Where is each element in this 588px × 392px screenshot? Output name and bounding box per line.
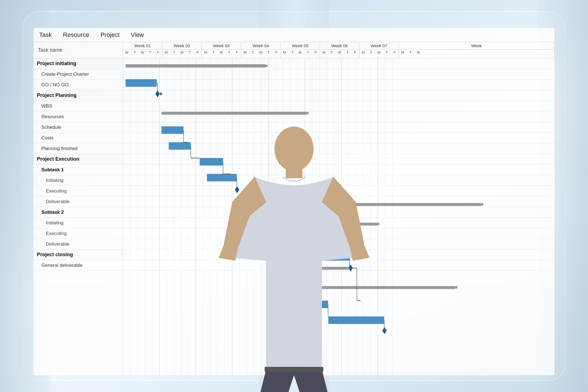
task-list: Task name Project initiating Create Proj… (34, 42, 123, 375)
chart-row-0 (123, 58, 554, 69)
week-headers: Week 01 M T W T F Week 02 M T W (123, 42, 554, 58)
row-subtask1: Subtask 1 (34, 165, 123, 175)
row-project-planning: Project Planning (34, 90, 123, 101)
row-create-charter: Create Project Charter (34, 69, 123, 80)
row-subtask2: Subtask 2 (34, 207, 123, 218)
row-go-no-go: GO / NO GO (34, 80, 123, 90)
row-executing-1: Executing (34, 186, 123, 196)
chart-row-2 (123, 80, 554, 90)
chart-row-4 (123, 101, 554, 111)
row-resources: Resources (34, 111, 123, 122)
menu-bar: Task Resource Project View (34, 28, 554, 42)
menu-task[interactable]: Task (39, 31, 52, 39)
task-rows: Project initiating Create Project Charte… (34, 58, 123, 375)
row-costs: Costs (34, 133, 123, 143)
row-schedule: Schedule (34, 122, 123, 133)
row-project-closing: Project closing (34, 250, 123, 260)
person-silhouette (210, 118, 378, 392)
chart-row-1 (123, 69, 554, 80)
row-wbs: WBS (34, 101, 123, 111)
row-project-execution: Project Execution (34, 154, 123, 165)
row-general-deliverable: General deliverable (34, 260, 123, 271)
row-initiating-2: Initiating (34, 218, 123, 228)
menu-resource[interactable]: Resource (63, 31, 89, 39)
svg-rect-82 (286, 167, 302, 178)
row-planning-finished: Planning finished (34, 143, 123, 154)
row-executing-2: Executing (34, 228, 123, 239)
menu-project[interactable]: Project (100, 31, 119, 39)
task-list-header: Task name (34, 42, 123, 58)
menu-view[interactable]: View (131, 31, 144, 39)
row-initiating-1: Initiating (34, 175, 123, 186)
row-project-initiating: Project initiating (34, 58, 123, 69)
row-deliverable-1: Deliverable (34, 196, 123, 207)
svg-rect-83 (265, 367, 323, 372)
svg-rect-79 (382, 327, 387, 334)
svg-point-81 (274, 127, 314, 171)
svg-marker-71 (455, 286, 457, 289)
row-deliverable-2: Deliverable (34, 239, 123, 250)
chart-row-3 (123, 90, 554, 101)
